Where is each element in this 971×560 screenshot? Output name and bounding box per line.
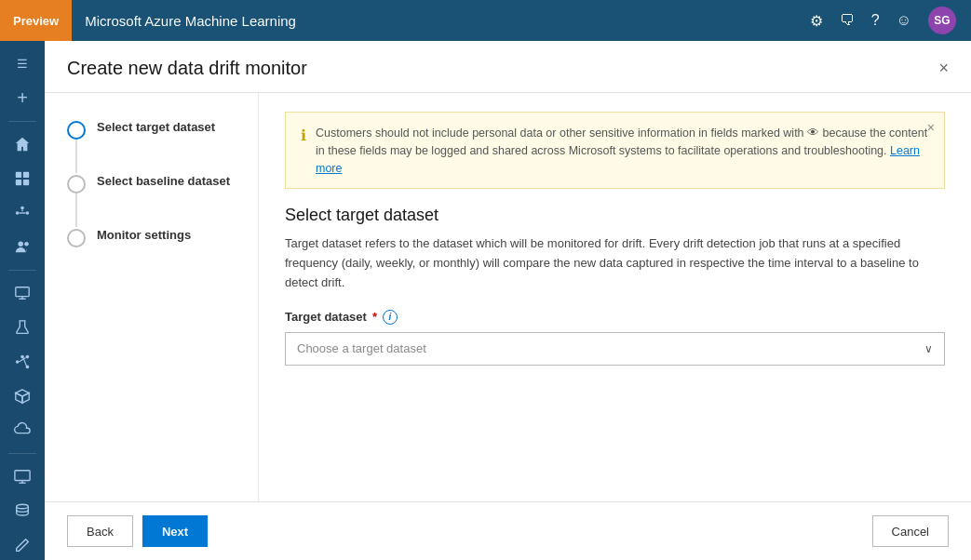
- help-icon[interactable]: ?: [871, 12, 880, 29]
- field-label: Target dataset * i: [285, 310, 945, 325]
- sidebar-item-database[interactable]: [4, 495, 41, 526]
- content-panel: ℹ Customers should not include personal …: [259, 93, 971, 501]
- next-button[interactable]: Next: [142, 515, 208, 547]
- step-connector-1: [75, 140, 77, 173]
- warning-text: Customers should not include personal da…: [316, 124, 929, 177]
- topbar-icons: ⚙ 🗨 ? ☺ SG: [810, 7, 971, 34]
- chevron-down-icon: ∨: [924, 342, 933, 355]
- sidebar-divider-1: [8, 121, 36, 122]
- step-1-circle: [67, 121, 86, 140]
- settings-icon[interactable]: ⚙: [810, 12, 823, 30]
- svg-point-17: [26, 355, 30, 359]
- svg-point-14: [16, 360, 20, 364]
- back-button[interactable]: Back: [67, 515, 133, 547]
- warning-close-button[interactable]: ×: [927, 120, 935, 135]
- svg-rect-3: [23, 180, 29, 185]
- user-icon[interactable]: ☺: [897, 12, 911, 29]
- feedback-icon[interactable]: 🗨: [840, 12, 855, 29]
- sidebar-item-people[interactable]: [4, 232, 41, 262]
- svg-rect-1: [23, 172, 29, 178]
- svg-point-23: [17, 504, 29, 509]
- sidebar: ☰ +: [0, 41, 45, 560]
- warning-banner: ℹ Customers should not include personal …: [285, 112, 945, 189]
- svg-rect-11: [16, 287, 29, 297]
- sidebar-item-screen[interactable]: [4, 461, 41, 492]
- svg-rect-0: [16, 172, 21, 178]
- avatar[interactable]: SG: [928, 7, 956, 34]
- step-1-label: Select target dataset: [97, 119, 215, 134]
- eye-icon: 👁: [807, 126, 819, 140]
- sidebar-item-add[interactable]: +: [4, 83, 41, 113]
- info-icon: ℹ: [301, 125, 306, 147]
- svg-line-19: [23, 357, 27, 366]
- section-title: Select target dataset: [285, 206, 945, 225]
- svg-rect-2: [16, 180, 21, 185]
- app-title: Microsoft Azure Machine Learning: [72, 13, 810, 29]
- dialog-footer: Back Next Cancel: [45, 501, 971, 560]
- svg-point-4: [16, 211, 20, 215]
- sidebar-item-pipeline[interactable]: [4, 197, 41, 228]
- svg-point-6: [26, 211, 30, 215]
- step-3-circle: [67, 229, 86, 247]
- step-1: Select target dataset: [67, 119, 236, 140]
- svg-point-9: [19, 242, 23, 247]
- sidebar-divider-2: [8, 270, 36, 271]
- topbar: Preview Microsoft Azure Machine Learning…: [0, 0, 971, 41]
- sidebar-item-flask[interactable]: [4, 313, 41, 343]
- sidebar-item-graph[interactable]: [4, 346, 41, 377]
- dialog-close-button[interactable]: ×: [938, 59, 949, 78]
- steps-panel: Select target dataset Select baseline da…: [45, 93, 259, 501]
- step-3-label: Monitor settings: [97, 227, 191, 242]
- main-panel: Create new data drift monitor × Select t…: [45, 41, 971, 560]
- target-dataset-dropdown[interactable]: Choose a target dataset ∨: [285, 332, 945, 366]
- cancel-button[interactable]: Cancel: [872, 515, 949, 547]
- sidebar-item-home[interactable]: [4, 129, 41, 160]
- step-2-label: Select baseline dataset: [97, 173, 230, 188]
- svg-point-5: [20, 206, 24, 209]
- dialog-body: Select target dataset Select baseline da…: [45, 93, 971, 501]
- sidebar-item-cloud[interactable]: [4, 415, 41, 446]
- section-description: Target dataset refers to the dataset whi…: [285, 234, 945, 292]
- step-3: Monitor settings: [67, 227, 236, 247]
- sidebar-item-edit[interactable]: [4, 529, 41, 560]
- dropdown-placeholder: Choose a target dataset: [297, 341, 426, 355]
- dialog-title: Create new data drift monitor: [67, 58, 307, 79]
- field-info-icon[interactable]: i: [383, 310, 398, 325]
- svg-rect-20: [15, 471, 30, 481]
- sidebar-item-box[interactable]: [4, 380, 41, 411]
- preview-badge: Preview: [0, 0, 72, 41]
- sidebar-divider-3: [8, 453, 36, 454]
- required-indicator: *: [372, 310, 377, 324]
- layout: ☰ +: [0, 41, 971, 560]
- step-connector-2: [75, 193, 77, 227]
- sidebar-item-monitor[interactable]: [4, 278, 41, 309]
- step-2-circle: [67, 175, 86, 193]
- sidebar-item-data[interactable]: [4, 163, 41, 193]
- step-2: Select baseline dataset: [67, 173, 236, 193]
- svg-point-10: [24, 242, 29, 247]
- sidebar-item-hamburger[interactable]: ☰: [4, 48, 41, 79]
- dialog-header: Create new data drift monitor ×: [45, 41, 971, 93]
